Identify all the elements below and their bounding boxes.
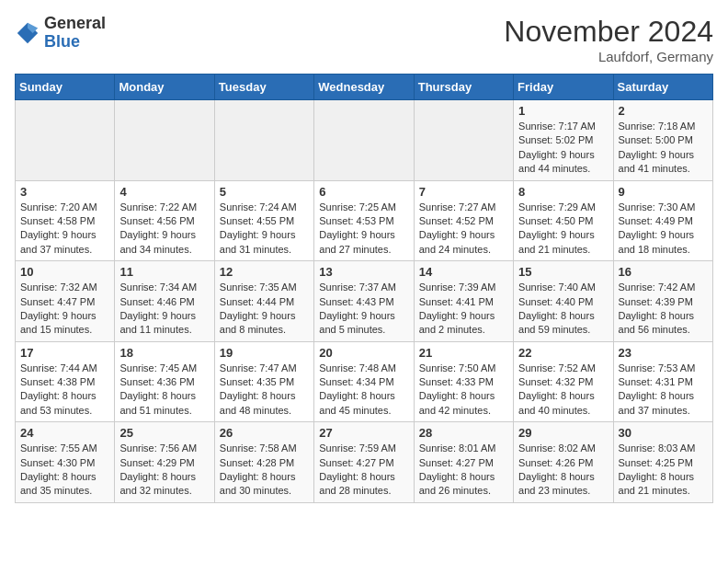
- day-number: 24: [20, 426, 109, 440]
- calendar-cell: 15Sunrise: 7:40 AM Sunset: 4:40 PM Dayli…: [514, 261, 613, 342]
- day-number: 1: [518, 104, 608, 118]
- day-info: Sunrise: 8:02 AM Sunset: 4:26 PM Dayligh…: [518, 442, 608, 499]
- day-number: 15: [518, 265, 608, 279]
- day-number: 28: [419, 426, 508, 440]
- day-info: Sunrise: 7:40 AM Sunset: 4:40 PM Dayligh…: [518, 281, 608, 338]
- calendar-cell: 3Sunrise: 7:20 AM Sunset: 4:58 PM Daylig…: [16, 180, 115, 261]
- day-info: Sunrise: 7:44 AM Sunset: 4:38 PM Dayligh…: [20, 362, 109, 419]
- day-number: 12: [220, 265, 309, 279]
- day-info: Sunrise: 7:17 AM Sunset: 5:02 PM Dayligh…: [518, 120, 608, 177]
- day-number: 3: [20, 185, 109, 199]
- day-header: Wednesday: [314, 75, 414, 100]
- logo-icon: [15, 20, 40, 46]
- day-info: Sunrise: 7:47 AM Sunset: 4:35 PM Dayligh…: [220, 362, 309, 419]
- calendar-cell: 21Sunrise: 7:50 AM Sunset: 4:33 PM Dayli…: [414, 341, 513, 422]
- day-number: 23: [619, 346, 708, 360]
- day-number: 18: [119, 346, 209, 360]
- day-info: Sunrise: 7:50 AM Sunset: 4:33 PM Dayligh…: [419, 362, 508, 419]
- day-number: 5: [220, 185, 309, 199]
- day-info: Sunrise: 7:55 AM Sunset: 4:30 PM Dayligh…: [20, 442, 109, 499]
- day-info: Sunrise: 7:30 AM Sunset: 4:49 PM Dayligh…: [619, 201, 708, 258]
- calendar-cell: 30Sunrise: 8:03 AM Sunset: 4:25 PM Dayli…: [613, 422, 712, 503]
- calendar-cell: 5Sunrise: 7:24 AM Sunset: 4:55 PM Daylig…: [214, 180, 313, 261]
- day-info: Sunrise: 7:18 AM Sunset: 5:00 PM Dayligh…: [619, 120, 708, 177]
- calendar-cell: [214, 100, 313, 181]
- day-number: 13: [319, 265, 408, 279]
- calendar-cell: 25Sunrise: 7:56 AM Sunset: 4:29 PM Dayli…: [115, 422, 214, 503]
- day-number: 26: [220, 426, 309, 440]
- calendar-cell: 2Sunrise: 7:18 AM Sunset: 5:00 PM Daylig…: [613, 100, 712, 181]
- day-info: Sunrise: 7:29 AM Sunset: 4:50 PM Dayligh…: [518, 201, 608, 258]
- calendar-cell: 1Sunrise: 7:17 AM Sunset: 5:02 PM Daylig…: [514, 100, 613, 181]
- day-number: 27: [319, 426, 408, 440]
- header-row: SundayMondayTuesdayWednesdayThursdayFrid…: [16, 75, 713, 100]
- calendar-cell: [115, 100, 214, 181]
- day-info: Sunrise: 8:01 AM Sunset: 4:27 PM Dayligh…: [419, 442, 508, 499]
- logo: General Blue: [15, 15, 106, 52]
- day-info: Sunrise: 7:59 AM Sunset: 4:27 PM Dayligh…: [319, 442, 408, 499]
- logo-general: General: [44, 14, 106, 32]
- calendar-cell: 23Sunrise: 7:53 AM Sunset: 4:31 PM Dayli…: [613, 341, 712, 422]
- calendar-cell: [314, 100, 414, 181]
- day-info: Sunrise: 7:22 AM Sunset: 4:56 PM Dayligh…: [119, 201, 209, 258]
- day-info: Sunrise: 7:52 AM Sunset: 4:32 PM Dayligh…: [518, 362, 608, 419]
- day-number: 17: [20, 346, 109, 360]
- day-number: 30: [619, 426, 708, 440]
- day-number: 2: [619, 104, 708, 118]
- calendar-cell: 27Sunrise: 7:59 AM Sunset: 4:27 PM Dayli…: [314, 422, 414, 503]
- day-number: 19: [220, 346, 309, 360]
- day-info: Sunrise: 7:39 AM Sunset: 4:41 PM Dayligh…: [419, 281, 508, 338]
- day-info: Sunrise: 7:35 AM Sunset: 4:44 PM Dayligh…: [220, 281, 309, 338]
- day-info: Sunrise: 7:53 AM Sunset: 4:31 PM Dayligh…: [619, 362, 708, 419]
- day-info: Sunrise: 7:48 AM Sunset: 4:34 PM Dayligh…: [319, 362, 408, 419]
- day-info: Sunrise: 7:37 AM Sunset: 4:43 PM Dayligh…: [319, 281, 408, 338]
- logo-blue: Blue: [44, 32, 80, 51]
- month-title: November 2024: [504, 15, 713, 49]
- calendar-table: SundayMondayTuesdayWednesdayThursdayFrid…: [15, 74, 713, 503]
- day-number: 16: [619, 265, 708, 279]
- day-info: Sunrise: 7:34 AM Sunset: 4:46 PM Dayligh…: [119, 281, 209, 338]
- header: General Blue November 2024 Laufdorf, Ger…: [15, 15, 713, 64]
- day-number: 14: [419, 265, 508, 279]
- calendar-cell: 4Sunrise: 7:22 AM Sunset: 4:56 PM Daylig…: [115, 180, 214, 261]
- day-header: Saturday: [613, 75, 712, 100]
- calendar-cell: 9Sunrise: 7:30 AM Sunset: 4:49 PM Daylig…: [613, 180, 712, 261]
- calendar-cell: 8Sunrise: 7:29 AM Sunset: 4:50 PM Daylig…: [514, 180, 613, 261]
- day-info: Sunrise: 7:20 AM Sunset: 4:58 PM Dayligh…: [20, 201, 109, 258]
- day-number: 10: [20, 265, 109, 279]
- day-number: 20: [319, 346, 408, 360]
- calendar-cell: 13Sunrise: 7:37 AM Sunset: 4:43 PM Dayli…: [314, 261, 414, 342]
- day-header: Friday: [514, 75, 613, 100]
- calendar-cell: 12Sunrise: 7:35 AM Sunset: 4:44 PM Dayli…: [214, 261, 313, 342]
- day-info: Sunrise: 8:03 AM Sunset: 4:25 PM Dayligh…: [619, 442, 708, 499]
- calendar-week: 24Sunrise: 7:55 AM Sunset: 4:30 PM Dayli…: [16, 422, 713, 503]
- calendar-cell: 18Sunrise: 7:45 AM Sunset: 4:36 PM Dayli…: [115, 341, 214, 422]
- calendar-cell: 28Sunrise: 8:01 AM Sunset: 4:27 PM Dayli…: [414, 422, 513, 503]
- day-info: Sunrise: 7:45 AM Sunset: 4:36 PM Dayligh…: [119, 362, 209, 419]
- day-number: 22: [518, 346, 608, 360]
- day-info: Sunrise: 7:58 AM Sunset: 4:28 PM Dayligh…: [220, 442, 309, 499]
- day-header: Tuesday: [214, 75, 313, 100]
- day-info: Sunrise: 7:27 AM Sunset: 4:52 PM Dayligh…: [419, 201, 508, 258]
- day-number: 8: [518, 185, 608, 199]
- day-number: 25: [119, 426, 209, 440]
- day-info: Sunrise: 7:32 AM Sunset: 4:47 PM Dayligh…: [20, 281, 109, 338]
- calendar-cell: 26Sunrise: 7:58 AM Sunset: 4:28 PM Dayli…: [214, 422, 313, 503]
- calendar-cell: 11Sunrise: 7:34 AM Sunset: 4:46 PM Dayli…: [115, 261, 214, 342]
- calendar-cell: 24Sunrise: 7:55 AM Sunset: 4:30 PM Dayli…: [16, 422, 115, 503]
- calendar-week: 3Sunrise: 7:20 AM Sunset: 4:58 PM Daylig…: [16, 180, 713, 261]
- calendar-cell: 19Sunrise: 7:47 AM Sunset: 4:35 PM Dayli…: [214, 341, 313, 422]
- calendar-week: 1Sunrise: 7:17 AM Sunset: 5:02 PM Daylig…: [16, 100, 713, 181]
- calendar-cell: 6Sunrise: 7:25 AM Sunset: 4:53 PM Daylig…: [314, 180, 414, 261]
- calendar-cell: 10Sunrise: 7:32 AM Sunset: 4:47 PM Dayli…: [16, 261, 115, 342]
- day-info: Sunrise: 7:24 AM Sunset: 4:55 PM Dayligh…: [220, 201, 309, 258]
- day-header: Thursday: [414, 75, 513, 100]
- calendar-week: 17Sunrise: 7:44 AM Sunset: 4:38 PM Dayli…: [16, 341, 713, 422]
- day-number: 6: [319, 185, 408, 199]
- day-number: 29: [518, 426, 608, 440]
- title-area: November 2024 Laufdorf, Germany: [504, 15, 713, 64]
- calendar-cell: 17Sunrise: 7:44 AM Sunset: 4:38 PM Dayli…: [16, 341, 115, 422]
- calendar-cell: 14Sunrise: 7:39 AM Sunset: 4:41 PM Dayli…: [414, 261, 513, 342]
- calendar-cell: [16, 100, 115, 181]
- calendar-cell: 29Sunrise: 8:02 AM Sunset: 4:26 PM Dayli…: [514, 422, 613, 503]
